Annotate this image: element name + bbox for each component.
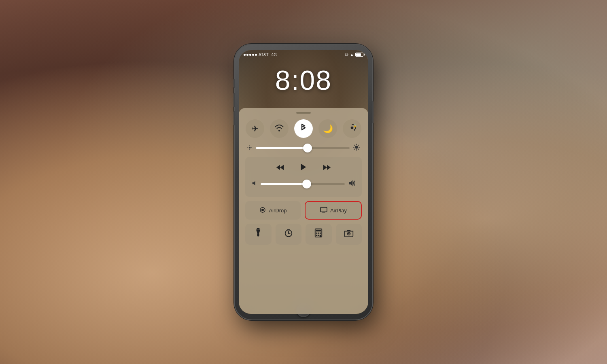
- signal-strength: [244, 54, 257, 56]
- signal-dot-2: [246, 54, 248, 56]
- signal-dot-1: [244, 54, 246, 56]
- timer-button[interactable]: [276, 224, 302, 245]
- music-controls: [251, 161, 356, 176]
- svg-marker-25: [322, 212, 325, 213]
- control-center-handle: [296, 112, 311, 114]
- volume-thumb[interactable]: [302, 180, 311, 188]
- svg-line-12: [354, 145, 355, 146]
- svg-rect-38: [318, 235, 319, 236]
- calculator-button[interactable]: [306, 224, 332, 245]
- do-not-disturb-button[interactable]: 🌙: [318, 119, 337, 138]
- mute-button[interactable]: [233, 79, 235, 88]
- svg-rect-27: [257, 233, 259, 237]
- svg-rect-24: [320, 207, 327, 212]
- airplay-icon: [320, 207, 328, 214]
- rotation-lock-button[interactable]: 🔒: [343, 119, 361, 138]
- airplane-mode-button[interactable]: ✈: [246, 119, 264, 138]
- play-button[interactable]: [297, 161, 310, 176]
- svg-marker-17: [280, 165, 284, 170]
- network-type-label: 4G: [272, 53, 277, 57]
- svg-point-2: [249, 147, 251, 149]
- toggle-row: ✈: [245, 119, 362, 138]
- signal-dot-5: [255, 54, 257, 56]
- volume-down-button[interactable]: [233, 111, 235, 125]
- brightness-min-icon: [247, 145, 253, 151]
- airdrop-button[interactable]: AirDrop: [245, 201, 301, 220]
- svg-point-41: [348, 233, 349, 234]
- svg-marker-22: [349, 180, 352, 186]
- volume-max-icon: [348, 180, 355, 188]
- svg-point-0: [351, 127, 354, 129]
- flashlight-button[interactable]: [245, 224, 272, 245]
- svg-rect-33: [316, 230, 321, 232]
- svg-rect-37: [316, 235, 318, 236]
- status-right: @ ▲: [345, 53, 363, 57]
- phone-wrapper: AT&T 4G @ ▲ 8:08: [235, 44, 372, 320]
- svg-line-15: [354, 149, 355, 150]
- fast-forward-button[interactable]: [321, 162, 333, 175]
- brightness-fill: [256, 147, 308, 149]
- camera-icon: [344, 229, 354, 239]
- volume-up-button[interactable]: [233, 93, 235, 107]
- svg-marker-21: [253, 181, 255, 186]
- flashlight-icon: [255, 228, 262, 240]
- svg-rect-36: [320, 233, 321, 234]
- svg-marker-20: [327, 165, 331, 170]
- airplane-icon: ✈: [252, 124, 259, 133]
- rewind-button[interactable]: [274, 162, 286, 175]
- phone-screen: AT&T 4G @ ▲ 8:08: [239, 50, 368, 314]
- volume-fill: [261, 183, 307, 185]
- svg-marker-16: [276, 165, 280, 170]
- svg-point-23: [261, 209, 264, 211]
- svg-text:🔒: 🔒: [353, 124, 356, 127]
- rewind-icon: [276, 165, 284, 173]
- carrier-label: AT&T: [259, 53, 269, 57]
- volume-track[interactable]: [261, 183, 345, 185]
- volume-min-icon: [252, 180, 257, 187]
- airplay-label: AirPlay: [330, 207, 347, 214]
- svg-line-13: [358, 149, 359, 150]
- share-row: AirDrop AirPlay: [245, 201, 362, 220]
- svg-marker-18: [301, 164, 306, 171]
- svg-point-7: [355, 146, 358, 149]
- power-button[interactable]: [372, 101, 374, 123]
- bluetooth-icon: [300, 123, 307, 134]
- phone-body: AT&T 4G @ ▲ 8:08: [235, 44, 372, 320]
- lock-screen-time: 8:08: [239, 64, 368, 96]
- brightness-slider-row: [245, 144, 362, 152]
- battery-icon: [355, 53, 363, 57]
- brightness-thumb[interactable]: [303, 144, 312, 152]
- svg-rect-35: [318, 233, 319, 234]
- wifi-button[interactable]: [270, 119, 289, 138]
- calculator-icon: [314, 229, 323, 240]
- rotation-lock-icon: 🔒: [348, 124, 356, 134]
- wifi-status-icon: ▲: [350, 53, 354, 57]
- battery-fill: [356, 53, 361, 56]
- svg-rect-26: [257, 228, 260, 229]
- airdrop-label: AirDrop: [269, 207, 287, 214]
- status-bar: AT&T 4G @ ▲: [239, 50, 368, 59]
- volume-slider-row: [251, 180, 356, 188]
- moon-icon: 🌙: [323, 124, 333, 133]
- brightness-track[interactable]: [256, 147, 350, 149]
- svg-rect-34: [316, 233, 318, 234]
- play-icon: [299, 163, 308, 174]
- wifi-icon: [275, 124, 284, 133]
- location-icon: @: [345, 53, 348, 57]
- status-left: AT&T 4G: [244, 53, 277, 57]
- shortcut-row: [245, 224, 362, 245]
- airplay-button[interactable]: AirPlay: [305, 201, 362, 220]
- camera-button[interactable]: [336, 224, 362, 245]
- brightness-max-icon: [353, 144, 360, 152]
- timer-icon: [284, 229, 293, 240]
- svg-marker-19: [323, 165, 327, 170]
- signal-dot-4: [252, 54, 254, 56]
- control-center: ✈: [239, 108, 368, 314]
- fast-forward-icon: [323, 165, 331, 173]
- music-player: [245, 157, 362, 197]
- signal-dot-3: [249, 54, 251, 56]
- svg-line-14: [358, 145, 359, 146]
- svg-rect-39: [320, 235, 321, 237]
- airdrop-icon: [259, 206, 266, 215]
- bluetooth-button[interactable]: [294, 119, 313, 138]
